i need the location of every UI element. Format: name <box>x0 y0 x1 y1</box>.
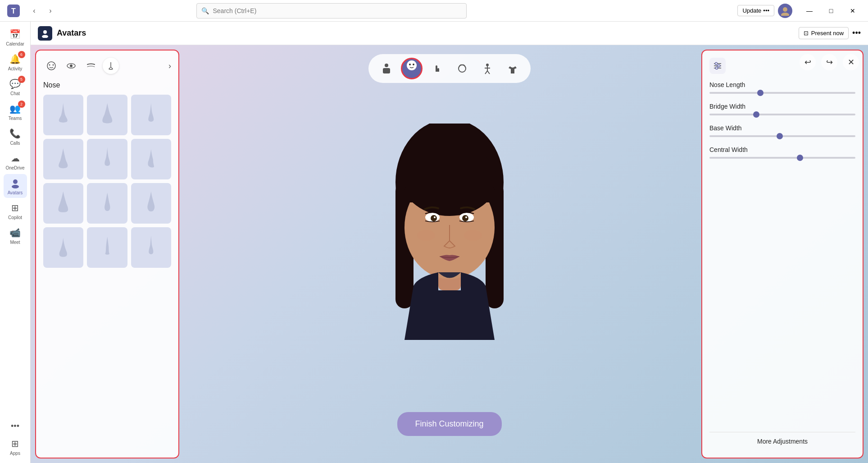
svg-point-34 <box>462 215 468 221</box>
editor-controls: ↩ ↪ ✕ <box>800 54 859 70</box>
tab-face-shape[interactable] <box>43 58 59 74</box>
app-header-icon <box>38 26 52 41</box>
sidebar-item-calls[interactable]: 📞 Calls <box>4 124 27 148</box>
tab-hair[interactable] <box>451 58 473 79</box>
sidebar-item-calendar[interactable]: 📅 Calendar <box>4 25 27 49</box>
meet-icon: 📹 <box>9 226 22 239</box>
sidebar-item-copilot[interactable]: ⊞ Copilot <box>4 199 27 223</box>
nose-option-6[interactable] <box>131 139 171 179</box>
forward-button[interactable]: › <box>43 4 58 18</box>
nose-option-9[interactable] <box>131 183 171 224</box>
svg-point-10 <box>407 60 417 70</box>
feature-next-button[interactable]: › <box>168 61 171 71</box>
tab-eyes[interactable] <box>63 58 79 74</box>
title-bar: T ‹ › 🔍 Update ••• — □ ✕ <box>0 0 868 22</box>
finish-customizing-button[interactable]: Finish Customizing <box>397 412 501 436</box>
app-logo: T <box>5 3 22 19</box>
search-bar[interactable]: 🔍 <box>196 3 467 18</box>
nose-length-track[interactable] <box>709 92 855 94</box>
base-width-thumb[interactable] <box>777 133 783 139</box>
present-now-button[interactable]: ⊡ Present now <box>799 27 849 39</box>
svg-line-17 <box>485 71 487 74</box>
tab-pose[interactable] <box>477 58 498 79</box>
nose-option-1[interactable] <box>43 95 83 135</box>
sidebar-item-activity[interactable]: 6 🔔 Activity <box>4 50 27 74</box>
sidebar: 📅 Calendar 6 🔔 Activity 5 💬 Chat 2 👥 Tea… <box>0 22 31 463</box>
maximize-button[interactable]: □ <box>821 4 841 18</box>
title-bar-right: Update ••• — □ ✕ <box>737 4 863 18</box>
tab-body[interactable] <box>376 58 397 79</box>
app-title: Avatars <box>57 28 86 38</box>
nose-length-thumb[interactable] <box>757 90 763 96</box>
svg-point-12 <box>413 64 414 65</box>
nose-option-2[interactable] <box>87 95 127 135</box>
app-header-right: ⊡ Present now ••• <box>799 27 861 39</box>
svg-rect-8 <box>385 64 388 67</box>
nose-option-10[interactable] <box>43 227 83 268</box>
search-icon: 🔍 <box>201 7 209 14</box>
activity-badge: 6 <box>18 51 25 58</box>
nose-option-3[interactable] <box>131 95 171 135</box>
sidebar-label-calendar: Calendar <box>6 41 24 46</box>
nose-option-4[interactable] <box>43 139 83 179</box>
sidebar-item-chat[interactable]: 5 💬 Chat <box>4 75 27 99</box>
update-button[interactable]: Update ••• <box>737 5 774 16</box>
sidebar-label-onedrive: OneDrive <box>5 165 24 170</box>
tab-face[interactable]: Face <box>401 58 423 79</box>
nose-option-8[interactable] <box>87 183 127 224</box>
sidebar-item-onedrive[interactable]: ☁ OneDrive <box>4 149 27 173</box>
sidebar-item-avatars[interactable]: Avatars <box>4 174 27 198</box>
central-width-thumb[interactable] <box>797 155 803 161</box>
undo-button[interactable]: ↩ <box>800 54 816 70</box>
back-button[interactable]: ‹ <box>27 4 41 18</box>
tab-eyebrows[interactable] <box>83 58 99 74</box>
redo-button[interactable]: ↪ <box>821 54 837 70</box>
onedrive-icon: ☁ <box>9 152 22 165</box>
nose-option-12[interactable] <box>131 227 171 268</box>
nose-option-7[interactable] <box>43 183 83 224</box>
sidebar-label-apps: Apps <box>10 451 20 456</box>
svg-point-35 <box>465 216 467 218</box>
base-width-track[interactable] <box>709 135 855 137</box>
copilot-icon: ⊞ <box>9 202 22 214</box>
apps-icon: ⊞ <box>9 437 22 450</box>
content-area: Avatars ⊡ Present now ••• <box>31 22 868 463</box>
more-adjustments-button[interactable]: More Adjustments <box>709 432 855 450</box>
tab-nose[interactable] <box>103 58 119 74</box>
category-tabs: Face <box>368 54 531 83</box>
update-dots: ••• <box>763 7 769 14</box>
svg-point-36 <box>417 230 435 241</box>
avatar-figure <box>348 108 551 401</box>
sidebar-label-calls: Calls <box>10 141 20 146</box>
base-width-label: Base Width <box>709 124 855 132</box>
sidebar-item-apps[interactable]: ⊞ Apps <box>4 435 27 458</box>
sidebar-item-teams[interactable]: 2 👥 Teams <box>4 100 27 124</box>
svg-point-23 <box>70 64 73 67</box>
tab-outfit[interactable] <box>502 58 523 79</box>
svg-point-41 <box>718 65 720 67</box>
close-button[interactable]: ✕ <box>843 4 863 18</box>
header-more-button[interactable]: ••• <box>852 28 861 38</box>
svg-line-18 <box>487 71 490 74</box>
svg-point-2 <box>783 7 787 12</box>
sidebar-item-meet[interactable]: 📹 Meet <box>4 224 27 248</box>
tab-face-label: Face <box>406 72 417 78</box>
user-avatar-button[interactable] <box>778 4 792 18</box>
teams-badge: 2 <box>18 101 25 108</box>
editor-close-button[interactable]: ✕ <box>843 54 859 70</box>
nose-option-11[interactable] <box>87 227 127 268</box>
bridge-width-track[interactable] <box>709 114 855 115</box>
adjustments-icon-button[interactable] <box>709 58 726 74</box>
tab-gesture[interactable] <box>426 58 448 79</box>
sidebar-label-copilot: Copilot <box>8 215 22 220</box>
bridge-width-thumb[interactable] <box>753 111 759 118</box>
minimize-button[interactable]: — <box>800 4 819 18</box>
search-input[interactable] <box>213 7 462 14</box>
nose-option-5[interactable] <box>87 139 127 179</box>
central-width-track[interactable] <box>709 157 855 159</box>
app-header: Avatars ⊡ Present now ••• <box>31 22 868 45</box>
sidebar-label-activity: Activity <box>8 66 23 71</box>
sidebar-more-button[interactable]: ••• <box>7 418 23 435</box>
sidebar-label-chat: Chat <box>10 91 20 96</box>
feature-tabs: › <box>43 58 171 74</box>
